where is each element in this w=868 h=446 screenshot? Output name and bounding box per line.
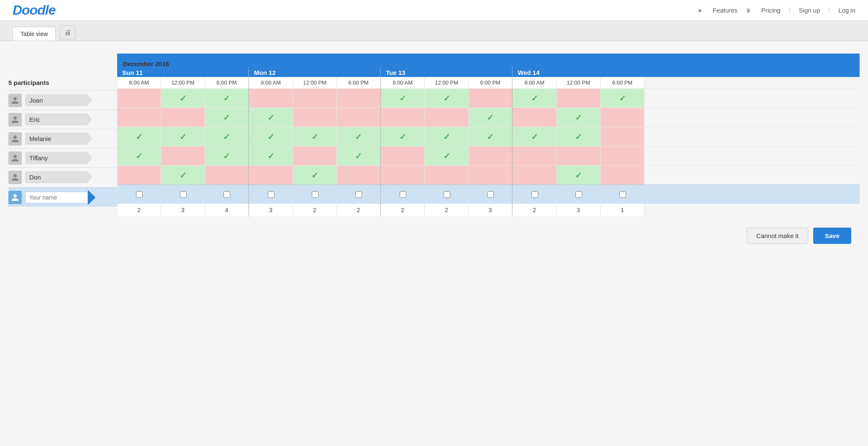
- grid-body: ✓ ✓ ✓ ✓ ✓ ✓: [117, 88, 860, 216]
- cell-joan-8: [469, 89, 513, 108]
- name-arrow: [88, 190, 95, 205]
- checkbox-2[interactable]: [205, 185, 249, 204]
- print-button[interactable]: 🖨: [60, 26, 76, 40]
- cell-eric-7: [425, 108, 469, 127]
- left-column: 5 participants Joan Eric Melanie: [8, 54, 117, 219]
- checkbox-5[interactable]: [337, 185, 381, 204]
- cell-don-2: [205, 166, 249, 185]
- check-3[interactable]: [268, 191, 275, 198]
- name-don: Don: [25, 171, 92, 183]
- features-link[interactable]: Features: [713, 7, 737, 14]
- cell-tiffany-1: [161, 146, 205, 165]
- cell-tiffany-5: ✓: [337, 146, 381, 165]
- cell-eric-0: [117, 108, 161, 127]
- day-label-tue13: Tue 13: [381, 67, 512, 77]
- cell-joan-0: [117, 89, 161, 108]
- cell-don-11: [601, 166, 645, 185]
- count-row: 2 3 4 3 2 2 2 2 3 2 3 1: [117, 204, 860, 216]
- participant-row-eric: Eric: [8, 110, 117, 129]
- calendar-header: December 2016 Sun 11 Mon 12 Tue 13 Wed 1…: [117, 54, 860, 77]
- check-11[interactable]: [619, 191, 626, 198]
- main-content: 5 participants Joan Eric Melanie: [0, 41, 868, 261]
- checkbox-1[interactable]: [161, 185, 205, 204]
- cell-tiffany-10: [557, 146, 601, 165]
- check-9[interactable]: [532, 191, 538, 198]
- save-button[interactable]: Save: [813, 228, 851, 244]
- day-header-row: Sun 11 Mon 12 Tue 13 Wed 14: [117, 67, 860, 77]
- avatar-don: [8, 171, 22, 184]
- cannot-make-it-button[interactable]: Cannot make it: [747, 228, 808, 244]
- checkbox-8[interactable]: [469, 185, 513, 204]
- day-label-wed14: Wed 14: [513, 67, 645, 77]
- cell-eric-5: [337, 108, 381, 127]
- count-1: 3: [161, 204, 205, 216]
- nav-divider2: |: [828, 7, 830, 14]
- avatar-eric: [8, 113, 22, 126]
- grid-row-melanie: ✓ ✓ ✓ ✓ ✓ ✓ ✓ ✓ ✓ ✓ ✓: [117, 127, 860, 146]
- time-tue13-600pm: 6:00 PM: [469, 77, 513, 88]
- tab-table-view[interactable]: Table view: [13, 27, 56, 41]
- your-name-row: [8, 187, 117, 207]
- cell-eric-8: ✓: [469, 108, 513, 127]
- check-5[interactable]: [355, 191, 362, 198]
- checkbox-10[interactable]: [557, 185, 601, 204]
- check-1[interactable]: [180, 191, 187, 198]
- cell-tiffany-2: ✓: [205, 146, 249, 165]
- your-name-input[interactable]: [25, 192, 88, 203]
- day-group-mon12: Mon 12: [249, 67, 381, 77]
- cell-don-5: [337, 166, 381, 185]
- cell-eric-11: [601, 108, 645, 127]
- check-6[interactable]: [400, 191, 406, 198]
- grid-row-eric: ✓ ✓ ✓ ✓: [117, 108, 860, 127]
- checkbox-6[interactable]: [381, 185, 425, 204]
- cell-tiffany-8: [469, 146, 513, 165]
- check-4[interactable]: [312, 191, 318, 198]
- cell-tiffany-7: ✓: [425, 146, 469, 165]
- check-10[interactable]: [575, 191, 582, 198]
- login-link[interactable]: Log in: [838, 7, 855, 14]
- time-wed14-1200pm: 12:00 PM: [557, 77, 601, 88]
- check-7[interactable]: [444, 191, 450, 198]
- count-6: 2: [381, 204, 425, 216]
- checkbox-7[interactable]: [425, 185, 469, 204]
- count-5: 2: [337, 204, 381, 216]
- cell-tiffany-9: [513, 146, 557, 165]
- cell-joan-1: ✓: [161, 89, 205, 108]
- count-3: 3: [249, 204, 293, 216]
- time-sun11-800am: 8:00 AM: [117, 77, 161, 88]
- checkbox-4[interactable]: [293, 185, 337, 204]
- check-2[interactable]: [223, 191, 230, 198]
- participant-row-joan: Joan: [8, 90, 117, 110]
- time-mon12-600pm: 6:00 PM: [337, 77, 381, 88]
- count-7: 2: [425, 204, 469, 216]
- grid-row-tiffany: ✓ ✓ ✓ ✓ ✓: [117, 146, 860, 165]
- cell-joan-11: ✓: [601, 89, 645, 108]
- grid-header-wrap: December 2016 Sun 11 Mon 12 Tue 13 Wed 1…: [117, 54, 860, 216]
- checkbox-3[interactable]: [249, 185, 293, 204]
- checkbox-9[interactable]: [513, 185, 557, 204]
- check-8[interactable]: [487, 191, 494, 198]
- time-tue13-1200pm: 12:00 PM: [425, 77, 469, 88]
- cell-tiffany-11: [601, 146, 645, 165]
- cell-tiffany-3: ✓: [249, 146, 293, 165]
- checkbox-11[interactable]: [601, 185, 645, 204]
- checkbox-0[interactable]: [117, 185, 161, 204]
- check-0[interactable]: [136, 191, 143, 198]
- right-column: December 2016 Sun 11 Mon 12 Tue 13 Wed 1…: [117, 54, 860, 216]
- cell-don-7: [425, 166, 469, 185]
- cell-eric-4: [293, 108, 337, 127]
- tabbar: Table view 🖨: [0, 21, 868, 41]
- signup-link[interactable]: Sign up: [799, 7, 820, 14]
- count-2: 4: [205, 204, 249, 216]
- count-4: 2: [293, 204, 337, 216]
- count-10: 3: [557, 204, 601, 216]
- cell-melanie-3: ✓: [249, 127, 293, 146]
- time-mon12-800am: 8:00 AM: [249, 77, 293, 88]
- cell-don-1: ✓: [161, 166, 205, 185]
- cell-joan-6: ✓: [381, 89, 425, 108]
- cell-melanie-2: ✓: [205, 127, 249, 146]
- cell-melanie-7: ✓: [425, 127, 469, 146]
- pricing-link[interactable]: Pricing: [761, 7, 781, 14]
- cell-tiffany-6: [381, 146, 425, 165]
- header: Doodle ★ Features ♛ Pricing | Sign up | …: [0, 0, 868, 21]
